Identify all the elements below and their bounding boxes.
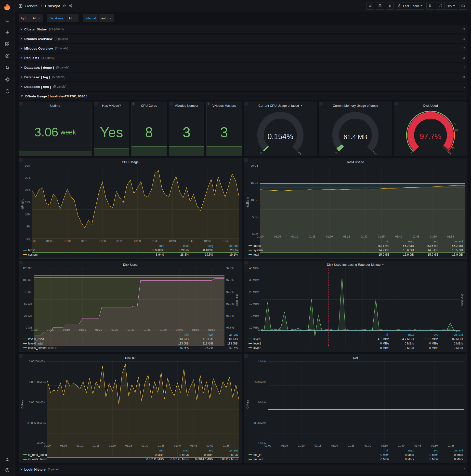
y-axis: -10 MB/s0 MB/s10 MB/s20 MB/s30 MB/s40 MB…: [246, 268, 261, 332]
row-login-history[interactable]: Login History(1 panel): [19, 465, 467, 474]
dashboards-grid-icon[interactable]: [5, 42, 10, 47]
panel-title[interactable]: CPU Usage: [19, 159, 242, 165]
row-requests[interactable]: Requests(4 panels): [19, 54, 467, 62]
configuration-gear-icon[interactable]: [5, 77, 10, 82]
panel-info-icon[interactable]: [169, 102, 173, 105]
zoom-out-button[interactable]: [426, 2, 434, 10]
plot-area[interactable]: [32, 166, 239, 239]
legend-series-total[interactable]: total: [248, 253, 365, 257]
plot-area[interactable]: [268, 361, 464, 443]
panel-info-icon[interactable]: [206, 102, 210, 105]
chart-area: IO Rate-1 Mb/s-0.50 Mb/s0 Mb/s0.500 Mb/s…: [246, 361, 464, 448]
breadcrumb-folder[interactable]: General: [25, 4, 38, 8]
panel-info-icon[interactable]: [244, 102, 248, 105]
plot-area[interactable]: [47, 361, 239, 443]
row-drag-handle[interactable]: [461, 66, 465, 69]
y-axis-ticks: 0 GiB25 GiB50 GiB75 GiB100 GiB125 GiB: [20, 268, 34, 327]
panel-info-icon[interactable]: [244, 354, 248, 358]
plot-area[interactable]: [34, 268, 224, 327]
search-icon[interactable]: [5, 18, 10, 23]
x-tick-label: 01:50: [431, 444, 438, 447]
panel-title[interactable]: Disk Used: [394, 102, 467, 109]
dashboard-settings-button[interactable]: [386, 2, 394, 10]
share-icon[interactable]: [69, 4, 73, 8]
legend-series-system[interactable]: system: [23, 253, 140, 257]
legend-series-net_out[interactable]: net_out: [248, 457, 365, 461]
row-drag-handle[interactable]: [461, 47, 465, 50]
panel-has-mnode: Has MNode? Yes: [94, 102, 129, 156]
stat-sparkline: [169, 147, 204, 156]
panel-title[interactable]: Net: [244, 355, 467, 361]
panel-title[interactable]: Disk IO: [19, 355, 242, 361]
grafana-logo[interactable]: [3, 3, 12, 12]
time-picker-button[interactable]: Last 1 hour: [396, 2, 424, 10]
panel-info-icon[interactable]: [19, 158, 23, 162]
legend-series-level0_percent[interactable]: level0_percent (right-y): [23, 346, 165, 350]
variable-fqdn: fqdn All: [19, 14, 43, 22]
panel-info-icon[interactable]: [19, 261, 23, 265]
plot-area[interactable]: [260, 166, 465, 234]
panel-title[interactable]: Disk Used Increasing Rate per Minute: [244, 261, 467, 268]
cycle-view-button[interactable]: [459, 2, 467, 10]
panel-title[interactable]: RAM Usage: [244, 159, 467, 165]
panel-net-chart: Net IO Rate-1 Mb/s-0.50 Mb/s0 Mb/s0.500 …: [244, 354, 467, 463]
panel-info-icon[interactable]: [394, 102, 398, 105]
panel-info-icon[interactable]: [132, 102, 135, 105]
server-admin-shield-icon[interactable]: [5, 89, 10, 94]
x-tick-label: 01:20: [95, 328, 102, 331]
legend-value: 0.00147 MB/s: [189, 457, 214, 461]
variable-value-interval[interactable]: auto: [99, 14, 114, 22]
row-cluster-status[interactable]: Cluster Status(21 panels): [19, 25, 467, 33]
help-icon[interactable]: ?: [5, 468, 10, 473]
panel-menu-caret-icon: [382, 264, 384, 265]
panel-title[interactable]: VNodes Masters: [206, 102, 242, 109]
row-database-log[interactable]: Database: [ log ](5 panels): [19, 73, 467, 81]
panel-info-icon[interactable]: [244, 158, 248, 162]
x-tick-label: 01:50: [427, 328, 434, 331]
variable-value-database[interactable]: All: [66, 14, 78, 22]
add-panel-button[interactable]: [366, 2, 374, 10]
explore-compass-icon[interactable]: [5, 53, 10, 58]
panel-info-icon[interactable]: [319, 102, 323, 105]
alerting-bell-icon[interactable]: [5, 65, 10, 70]
panel-title[interactable]: Current Memory Usage of taosd: [319, 102, 392, 109]
stat-value: Yes: [100, 125, 123, 139]
y-axis-label-text: 使用占比: [21, 199, 24, 210]
user-avatar[interactable]: [5, 457, 10, 462]
row-drag-handle[interactable]: [461, 28, 465, 31]
refresh-interval-dropdown[interactable]: 30s: [444, 2, 457, 9]
save-dashboard-button[interactable]: [376, 2, 384, 10]
panel-info-icon[interactable]: [19, 102, 23, 105]
row-drag-handle[interactable]: [461, 76, 465, 79]
panel-title[interactable]: Uptime: [19, 102, 91, 109]
panel-info-icon[interactable]: [244, 261, 248, 265]
variable-value-fqdn[interactable]: All: [30, 14, 42, 22]
breadcrumb-dashboard-title[interactable]: TDinsight: [44, 4, 60, 8]
svg-text:95: 95: [452, 146, 455, 150]
panel-title[interactable]: Has MNode?: [94, 102, 129, 109]
row-database-test[interactable]: Database: [ test ](5 panels): [19, 83, 467, 91]
row-drag-handle[interactable]: [461, 37, 465, 40]
create-plus-icon[interactable]: [5, 30, 10, 35]
plot-area[interactable]: [261, 268, 460, 327]
panel-title[interactable]: CPU Cores: [132, 102, 167, 109]
chart-area: 使用占比0 MB5 GB10 GB15 GB20 GB01:0001:0501:…: [246, 166, 464, 239]
refresh-button[interactable]: [437, 2, 444, 9]
panel-info-icon[interactable]: [94, 102, 98, 105]
panel-info-icon[interactable]: [19, 354, 23, 358]
legend-series-level2[interactable]: level2: [248, 346, 365, 350]
panel-title[interactable]: Current CPU Usage of taosd: [244, 102, 317, 109]
panel-title[interactable]: VNodes Number: [169, 102, 204, 109]
x-tick-label: 01:45: [176, 328, 183, 331]
row-dnodes-overview[interactable]: DNodes Overview(4 panels): [19, 34, 467, 43]
legend-series-io_write_taosd[interactable]: io_write_taosd: [23, 457, 140, 461]
row-drag-handle[interactable]: [461, 85, 465, 88]
panel-title[interactable]: Disk Used: [19, 261, 242, 268]
row-drag-handle[interactable]: [461, 57, 465, 59]
row-database-demo[interactable]: Database: [ demo ](5 panels): [19, 63, 467, 72]
row-dnode-usage-expanded[interactable]: DNode Usage [ huolinhe-TM1701:6030 ]: [19, 92, 467, 100]
row-mnodes-overview[interactable]: MNodes Overview(2 panels): [19, 44, 467, 52]
y-axis-ticks: -1 Mb/s-0.50 Mb/s0 Mb/s0.500 Mb/s1 Mb/s: [250, 361, 268, 443]
row-drag-handle[interactable]: [461, 468, 465, 471]
star-icon[interactable]: [62, 4, 66, 8]
